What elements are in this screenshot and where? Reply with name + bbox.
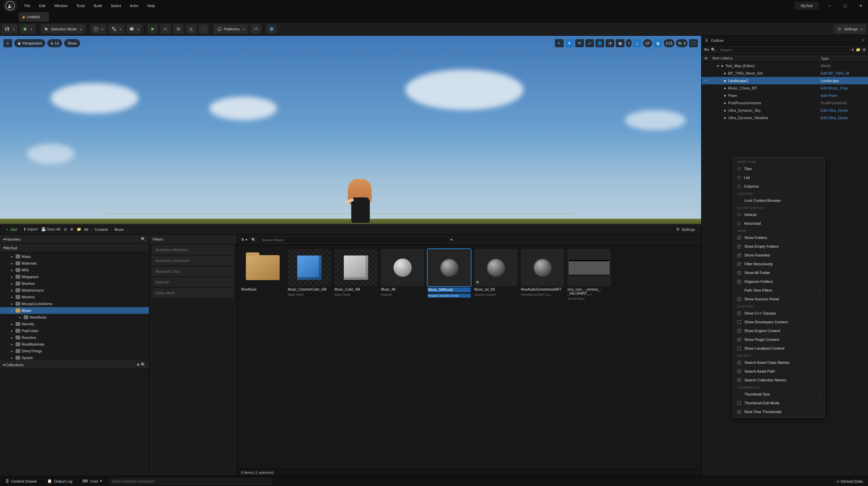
world-local-toggle[interactable]: 🌐	[595, 39, 604, 47]
new-folder[interactable]: 📁	[856, 48, 861, 52]
tree-node-music[interactable]: ▾Music	[0, 307, 149, 314]
outliner-search[interactable]	[718, 47, 850, 53]
menu-item[interactable]: Thumbnail Size›	[733, 390, 824, 399]
tree-node-metahumans[interactable]: ▸MetaHumans	[0, 287, 149, 294]
tree-node-neonify[interactable]: ▸Neonify	[0, 321, 149, 327]
close-panel[interactable]: ✕	[862, 38, 865, 43]
item-label-column[interactable]: Item Label ▴	[710, 56, 821, 60]
menu-item[interactable]: Show Favorites	[733, 251, 824, 260]
menu-item[interactable]: Show C++ Classes	[733, 309, 824, 318]
menu-item[interactable]: Show Engine Content	[733, 326, 824, 335]
filter-chip[interactable]: Blueprint Class	[152, 267, 234, 276]
outliner-settings[interactable]: ⚙	[863, 48, 866, 52]
trace-button[interactable]	[251, 24, 261, 34]
asset-tile[interactable]: Music_NMScript Niagara Module Script	[428, 249, 471, 300]
add-content-button[interactable]	[91, 24, 106, 34]
menu-select[interactable]: Select	[107, 1, 125, 10]
rotate-tool[interactable]: ⟳	[575, 39, 584, 47]
tree-node-shinythings[interactable]: ▸ShinyThings	[0, 348, 149, 354]
filter-chip[interactable]: Animation Blueprint	[152, 245, 234, 254]
tree-node-megapack[interactable]: ▸Megapack	[0, 273, 149, 280]
outliner-row[interactable]: 👁 ● Landscape1 Landscape	[701, 77, 868, 84]
search-options[interactable]: ▾	[852, 48, 854, 52]
project-name[interactable]: MyTest	[795, 2, 819, 10]
viewport-menu-button[interactable]: ≡	[3, 39, 12, 47]
viewport[interactable]: ≡ ◉ Perspective ● Lit Show ↖ ✥ ⟳ ⤢ 🌐 ◔ ▦…	[0, 36, 701, 224]
tree-node-mixamo[interactable]: ▸MixAmo	[0, 294, 149, 300]
outliner-row[interactable]: ● Ultra_Dynamic_Weather Edit Ultra_Dynar	[701, 114, 868, 122]
asset-tile[interactable]: NewAudioSynesthesiaNRT Synesthesia NRT (…	[521, 249, 564, 300]
menu-item[interactable]: Show Plugin Content	[733, 335, 824, 344]
close-button[interactable]: ✕	[853, 1, 868, 11]
favorites-section[interactable]: ▸ Favorites🔍	[0, 235, 149, 244]
menu-window[interactable]: Window	[50, 1, 72, 10]
show-button[interactable]: Show	[64, 39, 80, 47]
tree-node-mdl[interactable]: ▸MDL	[0, 267, 149, 273]
console-input[interactable]	[109, 478, 272, 485]
search-dropdown[interactable]: ▾	[451, 238, 453, 242]
menu-item[interactable]: Filter Recursively	[733, 260, 824, 268]
menu-item[interactable]: Real-Time Thumbnails	[733, 407, 824, 416]
scale-snap[interactable]: ▣	[654, 39, 662, 47]
menu-tools[interactable]: Tools	[72, 1, 89, 10]
menu-item[interactable]: Columns	[733, 182, 824, 191]
tree-node-newmusic[interactable]: ▸NewMusic	[0, 314, 149, 321]
grid-size[interactable]: 1	[626, 39, 632, 47]
scale-tool[interactable]: ⤢	[585, 39, 594, 47]
history-fwd[interactable]: ⊕	[70, 227, 73, 232]
asset-tile[interactable]: ✦ Music_tut_NS Niagara System	[474, 249, 517, 300]
world-button[interactable]	[266, 24, 277, 34]
platforms-button[interactable]: Platforms	[214, 24, 248, 34]
menu-item[interactable]: Search Asset Class Names	[733, 358, 824, 367]
menu-item[interactable]: List	[733, 173, 824, 182]
filter-chip[interactable]: Material	[152, 277, 234, 287]
menu-item[interactable]: Tiles	[733, 164, 824, 173]
menu-item[interactable]: Show Folders	[733, 233, 824, 242]
menu-item[interactable]: Search Collection Names	[733, 376, 824, 384]
filter-icon[interactable]: ⚗▾	[704, 48, 709, 52]
asset-tile[interactable]: Music_Cube_SM Static Mesh	[334, 249, 378, 300]
selection-mode-button[interactable]: Selection Mode	[41, 24, 85, 34]
content-drawer-button[interactable]: 🗄 Content Drawer	[3, 478, 40, 485]
save-button[interactable]	[2, 24, 17, 34]
history-back[interactable]: ⊖	[64, 227, 67, 232]
tree-node-splash[interactable]: ▸Splash	[0, 354, 149, 360]
menu-item[interactable]: Horizontal	[733, 219, 824, 228]
menu-item[interactable]: Show Empty Folders	[733, 242, 824, 251]
asset-search-input[interactable]	[259, 236, 448, 244]
add-button[interactable]: ＋ Add	[3, 225, 20, 234]
cmd-button[interactable]: ⌨ Cmd ▾	[80, 478, 104, 485]
tree-node-mocapcycleanims[interactable]: ▸MocapCycleAnims	[0, 300, 149, 307]
menu-item[interactable]: Lock Content Browser	[733, 196, 824, 205]
maximize-button[interactable]: ▢	[838, 1, 852, 11]
maximize-viewport[interactable]: ⛶	[689, 39, 698, 47]
menu-item[interactable]: Path View Filters›	[733, 286, 824, 295]
stop-button[interactable]	[173, 24, 183, 34]
menu-item[interactable]: Show Sources Panel	[733, 295, 824, 303]
menu-item[interactable]: Search Asset Path	[733, 367, 824, 376]
output-log-button[interactable]: 📋 Output Log	[45, 478, 75, 485]
cinematics-button[interactable]	[127, 24, 142, 34]
lit-button[interactable]: ● Lit	[47, 39, 62, 47]
tree-node-realmaterials[interactable]: ▸RealMaterials	[0, 341, 149, 348]
filter-chip[interactable]: Animation Sequence	[152, 256, 234, 265]
filter-button[interactable]: ⚗ ▾	[240, 236, 249, 244]
menu-build[interactable]: Build	[90, 1, 106, 10]
outliner-row[interactable]: ● PostProcessVolume PostProcessVol	[701, 99, 868, 107]
menu-item[interactable]: Show Developers Content	[733, 318, 824, 326]
outliner-row[interactable]: ● BP_TWG_Mesh_Girl Edit BP_TWG_M	[701, 70, 868, 77]
asset-tile[interactable]: NewMusic	[241, 249, 284, 300]
surface-snap[interactable]: ◔	[606, 39, 614, 47]
save-all-button[interactable]: 💾 Save All	[41, 227, 60, 232]
menu-item[interactable]: Organize Folders	[733, 277, 824, 286]
minimize-button[interactable]: ─	[822, 1, 837, 11]
tree-node-meshes[interactable]: ▸Meshes	[0, 280, 149, 287]
select-tool[interactable]: ↖	[555, 39, 564, 47]
menu-help[interactable]: Help	[143, 1, 159, 10]
perspective-button[interactable]: ◉ Perspective	[14, 39, 45, 47]
filter-chip[interactable]: Static Mesh	[152, 288, 234, 298]
asset-tile[interactable]: Music_ChamferCube_SM Static Mesh	[288, 249, 331, 300]
angle-snap[interactable]: ∠	[633, 39, 642, 47]
collections-section[interactable]: ▸ Collections⊕ 🔍	[0, 360, 149, 369]
menu-item[interactable]: Vertical	[733, 210, 824, 219]
